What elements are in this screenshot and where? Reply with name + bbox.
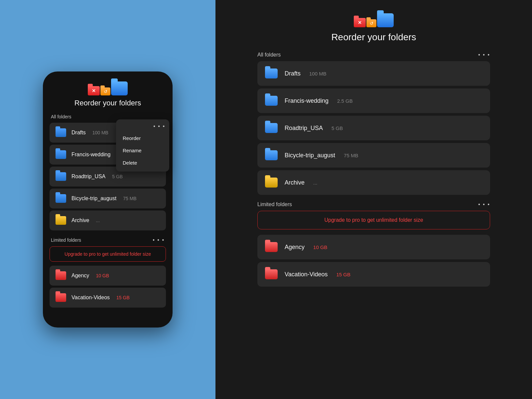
right-folder-size-drafts: 100 MB bbox=[309, 71, 327, 76]
context-menu[interactable]: • • • Reorder Rename Delete bbox=[116, 119, 169, 172]
arrow-icon: ↺ bbox=[104, 89, 107, 94]
folder-name-bicycle: Bicycle-trip_august bbox=[71, 196, 116, 201]
right-folder-bicycle[interactable]: Bicycle-trip_august 75 MB bbox=[257, 143, 490, 168]
right-folder-name-agency: Agency bbox=[285, 244, 305, 251]
phone-folder-drafts[interactable]: Drafts 100 MB • • • Reorder Rename Delet… bbox=[50, 123, 166, 143]
right-folder-icon-francis bbox=[264, 94, 279, 107]
right-limited-three-dots[interactable]: • • • bbox=[478, 201, 490, 207]
right-folder-size-agency: 10 GB bbox=[313, 244, 328, 250]
phone-limited-folders-label: Limited folders bbox=[51, 237, 81, 243]
right-upgrade-button[interactable]: Upgrade to pro to get unlimited folder s… bbox=[257, 211, 490, 229]
blue-folder-bicycle-icon bbox=[56, 194, 66, 203]
context-menu-dots: • • • bbox=[153, 123, 165, 129]
right-folder-size-archive: ... bbox=[313, 180, 318, 186]
phone-limited-three-dots[interactable]: • • • bbox=[153, 237, 165, 243]
folder-name-drafts: Drafts bbox=[71, 130, 86, 136]
left-panel: ✕ ↺ Reorder your folders All folders Dra… bbox=[0, 0, 215, 399]
context-menu-rename[interactable]: Rename bbox=[116, 144, 169, 157]
phone-limited-folders-header: Limited folders • • • bbox=[50, 237, 166, 243]
phone-folder-agency[interactable]: Agency 10 GB bbox=[50, 266, 166, 286]
right-folder-list: Drafts 100 MB Francis-wedding 2.5 GB Roa… bbox=[257, 61, 490, 195]
folder-size-archive: ... bbox=[96, 218, 100, 223]
folder-icon-roadtrip bbox=[55, 171, 67, 182]
right-folder-name-archive: Archive bbox=[285, 179, 305, 186]
orange-folder-icon: ↺ bbox=[100, 87, 110, 95]
folder-icon-vacation bbox=[55, 292, 67, 303]
folder-name-archive: Archive bbox=[71, 217, 89, 223]
right-folder-size-bicycle: 75 MB bbox=[344, 153, 358, 158]
right-red-folder-agency-icon bbox=[265, 242, 278, 252]
folder-icon-archive bbox=[55, 215, 67, 226]
right-title: Reorder your folders bbox=[232, 32, 515, 43]
phone-all-folders-header: All folders bbox=[50, 114, 166, 119]
folder-icon-drafts bbox=[55, 127, 67, 138]
right-red-folder-vacation-icon bbox=[265, 269, 278, 279]
folder-name-francis: Francis-wedding bbox=[71, 152, 110, 158]
folder-icon-bicycle bbox=[55, 193, 67, 204]
right-all-three-dots[interactable]: • • • bbox=[478, 52, 490, 58]
folder-size-agency: 10 GB bbox=[96, 273, 109, 278]
right-blue-folder-roadtrip-icon bbox=[265, 123, 278, 133]
phone-mockup: ✕ ↺ Reorder your folders All folders Dra… bbox=[43, 71, 173, 328]
right-arrow-icon: ↺ bbox=[370, 21, 373, 26]
context-menu-delete[interactable]: Delete bbox=[116, 157, 169, 169]
right-folder-size-roadtrip: 5 GB bbox=[332, 125, 343, 131]
folder-icon-agency bbox=[55, 270, 67, 281]
right-folder-name-bicycle: Bicycle-trip_august bbox=[285, 152, 335, 159]
blue-folder-roadtrip-icon bbox=[56, 172, 66, 181]
folder-name-vacation: Vacation-Videos bbox=[71, 295, 110, 301]
right-folder-name-francis: Francis-wedding bbox=[285, 97, 329, 104]
x-mark-icon: ✕ bbox=[92, 88, 96, 93]
context-menu-header: • • • bbox=[116, 122, 169, 132]
phone-folder-archive[interactable]: Archive ... bbox=[50, 210, 166, 230]
blue-folder-drafts-icon bbox=[56, 128, 66, 137]
right-folder-name-roadtrip: Roadtrip_USA bbox=[285, 125, 323, 132]
right-all-folders-label: All folders bbox=[257, 52, 281, 58]
right-folder-francis[interactable]: Francis-wedding 2.5 GB bbox=[257, 88, 490, 113]
right-panel: ✕ ↺ Reorder your folders All folders • •… bbox=[215, 0, 532, 399]
red-folder-icon: ✕ bbox=[88, 86, 100, 95]
folder-size-roadtrip: 5 GB bbox=[112, 174, 123, 179]
right-header: ✕ ↺ Reorder your folders bbox=[232, 13, 515, 43]
folder-icon-francis bbox=[55, 149, 67, 160]
right-folder-icon-vacation bbox=[264, 268, 279, 281]
phone-folder-list: Drafts 100 MB • • • Reorder Rename Delet… bbox=[50, 123, 166, 230]
phone-upgrade-button[interactable]: Upgrade to pro to get unlimited folder s… bbox=[50, 246, 166, 262]
red-folder-agency-icon bbox=[56, 271, 66, 280]
right-folder-name-drafts: Drafts bbox=[285, 70, 301, 77]
right-folder-vacation[interactable]: Vacation-Videos 15 GB bbox=[257, 262, 490, 287]
phone-limited-folder-list: Upgrade to pro to get unlimited folder s… bbox=[50, 246, 166, 308]
folder-size-bicycle: 75 MB bbox=[123, 196, 136, 201]
right-blue-folder-drafts-icon bbox=[265, 68, 278, 78]
phone-folder-bicycle[interactable]: Bicycle-trip_august 75 MB bbox=[50, 189, 166, 208]
right-folder-roadtrip[interactable]: Roadtrip_USA 5 GB bbox=[257, 116, 490, 140]
phone-folder-vacation[interactable]: Vacation-Videos 15 GB bbox=[50, 288, 166, 308]
phone-title: Reorder your folders bbox=[50, 99, 166, 107]
right-limited-folders-section: Limited folders • • • Upgrade to pro to … bbox=[257, 201, 490, 287]
right-folder-archive[interactable]: Archive ... bbox=[257, 170, 490, 195]
right-archive-folder-icon bbox=[265, 178, 278, 188]
phone-header: ✕ ↺ Reorder your folders bbox=[50, 81, 166, 107]
right-all-folders-section: All folders • • • Drafts 100 MB Francis-… bbox=[257, 52, 490, 195]
right-folder-drafts[interactable]: Drafts 100 MB bbox=[257, 61, 490, 86]
blue-folder-francis-icon bbox=[56, 150, 66, 159]
red-folder-vacation-icon bbox=[56, 293, 66, 302]
right-blue-folder-icon bbox=[377, 13, 394, 27]
right-folder-agency[interactable]: Agency 10 GB bbox=[257, 235, 490, 259]
folder-name-agency: Agency bbox=[71, 273, 89, 279]
right-folder-icon-archive bbox=[264, 176, 279, 189]
right-red-folder-icon: ✕ bbox=[354, 18, 366, 27]
right-folder-size-francis: 2.5 GB bbox=[337, 98, 353, 104]
folder-size-vacation: 15 GB bbox=[116, 295, 130, 300]
folder-name-roadtrip: Roadtrip_USA bbox=[71, 174, 105, 180]
right-all-folders-header: All folders • • • bbox=[257, 52, 490, 58]
right-blue-folder-bicycle-icon bbox=[265, 150, 278, 160]
right-limited-folders-header: Limited folders • • • bbox=[257, 201, 490, 207]
blue-folder-icon bbox=[111, 81, 128, 95]
right-blue-folder-francis-icon bbox=[265, 96, 278, 106]
right-folder-size-vacation: 15 GB bbox=[336, 272, 350, 277]
right-limited-folders-label: Limited folders bbox=[257, 201, 292, 207]
context-menu-reorder[interactable]: Reorder bbox=[116, 132, 169, 144]
right-folder-icon-drafts bbox=[264, 67, 279, 80]
folder-size-drafts: 100 MB bbox=[92, 130, 108, 135]
